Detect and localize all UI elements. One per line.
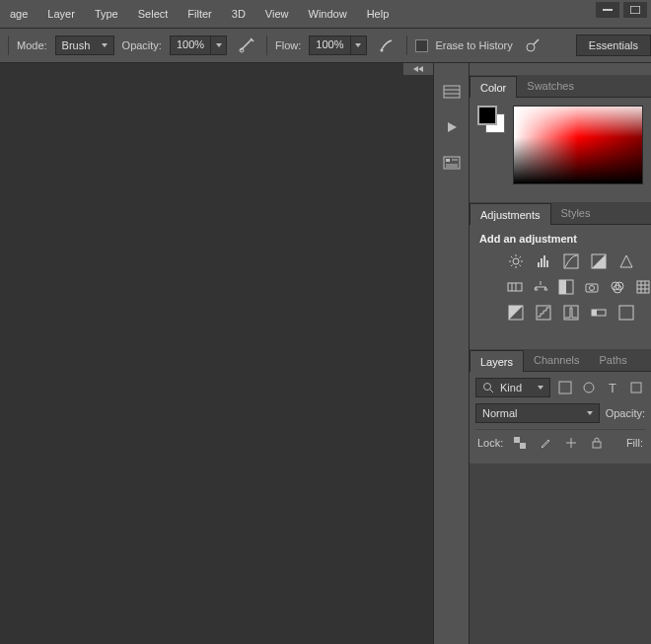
menu-window[interactable]: Window (299, 2, 357, 26)
menu-filter[interactable]: Filter (178, 2, 221, 26)
svg-point-54 (484, 384, 491, 391)
canvas-area[interactable] (0, 63, 433, 644)
tab-paths[interactable]: Paths (590, 349, 637, 371)
opacity-stepper[interactable] (211, 36, 227, 55)
color-lookup-icon[interactable] (635, 278, 651, 296)
menu-select[interactable]: Select (128, 2, 179, 26)
posterize-icon[interactable] (535, 304, 552, 322)
threshold-icon[interactable] (562, 304, 580, 322)
adjustments-header: Add an adjustment (479, 233, 641, 245)
filter-shape-icon[interactable] (627, 379, 645, 396)
bw-icon[interactable] (558, 278, 574, 296)
tab-channels[interactable]: Channels (524, 349, 589, 371)
blend-mode-dropdown[interactable]: Normal (475, 403, 600, 423)
separator (8, 36, 9, 55)
filter-pixel-icon[interactable] (556, 379, 574, 396)
hue-icon[interactable] (507, 278, 523, 296)
flow-stepper[interactable] (351, 36, 367, 55)
color-ramp[interactable] (513, 106, 643, 184)
svg-line-19 (511, 256, 513, 258)
flow-value: 100% (309, 36, 350, 55)
svg-marker-48 (509, 306, 523, 320)
layers-list[interactable] (470, 464, 651, 644)
collapsed-dock (433, 63, 469, 644)
workspace-label: Essentials (589, 39, 638, 51)
kind-label: Kind (500, 382, 522, 394)
tab-layers[interactable]: Layers (470, 350, 524, 372)
tab-styles[interactable]: Styles (551, 202, 601, 224)
svg-point-4 (527, 43, 535, 51)
lock-transparent-icon[interactable] (511, 434, 529, 452)
levels-icon[interactable] (535, 252, 552, 270)
svg-line-21 (511, 265, 513, 267)
tab-adjustments[interactable]: Adjustments (470, 203, 551, 225)
flow-field[interactable]: 100% (309, 36, 366, 55)
svg-marker-29 (592, 254, 606, 268)
svg-rect-60 (520, 443, 526, 449)
svg-line-55 (490, 390, 493, 393)
layer-filter-kind[interactable]: Kind (475, 378, 550, 397)
filter-adjust-icon[interactable] (580, 379, 598, 396)
foreground-color-swatch[interactable] (477, 106, 497, 125)
menu-help[interactable]: Help (357, 2, 399, 26)
svg-rect-56 (559, 382, 571, 394)
erase-history-label: Erase to History (436, 39, 513, 51)
color-balance-icon[interactable] (533, 278, 548, 296)
filter-type-icon[interactable]: T (604, 379, 621, 396)
svg-line-22 (520, 256, 522, 258)
menu-view[interactable]: View (255, 2, 299, 26)
vibrance-icon[interactable] (617, 252, 635, 270)
lock-paint-icon[interactable] (537, 434, 554, 452)
history-panel-icon[interactable] (439, 81, 465, 103)
svg-rect-52 (592, 310, 597, 316)
mode-dropdown[interactable]: Brush (55, 36, 114, 55)
mode-label: Mode: (17, 39, 47, 51)
pressure-size-icon[interactable] (521, 34, 544, 57)
color-panel-tabs: Color Swatches (470, 75, 651, 98)
channel-mixer-icon[interactable] (610, 278, 625, 296)
lock-move-icon[interactable] (562, 434, 580, 452)
exposure-icon[interactable] (590, 252, 608, 270)
chevron-down-icon (355, 43, 361, 47)
opacity-field[interactable]: 100% (170, 36, 227, 55)
menu-type[interactable]: Type (85, 2, 128, 26)
chevron-down-icon (102, 43, 108, 47)
properties-panel-icon[interactable] (439, 152, 465, 174)
svg-rect-0 (603, 9, 613, 11)
svg-rect-25 (543, 255, 545, 267)
selective-color-icon[interactable] (617, 304, 635, 322)
tab-color[interactable]: Color (470, 76, 517, 98)
lock-all-icon[interactable] (588, 434, 606, 452)
search-icon (482, 382, 494, 394)
svg-rect-26 (546, 260, 548, 267)
svg-rect-24 (541, 258, 542, 267)
maximize-button[interactable] (623, 2, 647, 18)
gradient-map-icon[interactable] (590, 304, 608, 322)
color-swatch[interactable] (477, 106, 505, 133)
layers-panel: Kind T Normal Opacity: Lock: (470, 372, 651, 464)
menu-layer[interactable]: Layer (37, 2, 85, 26)
curves-icon[interactable] (562, 252, 580, 270)
menu-3d[interactable]: 3D (222, 2, 255, 26)
brightness-icon[interactable] (507, 252, 525, 270)
layer-opacity-label: Opacity: (606, 407, 645, 419)
airbrush-icon[interactable] (375, 34, 398, 57)
photo-filter-icon[interactable] (584, 278, 600, 296)
svg-point-38 (590, 286, 595, 291)
svg-rect-58 (631, 383, 641, 393)
workspace-switcher[interactable]: Essentials (576, 35, 651, 56)
opacity-label: Opacity: (122, 39, 162, 51)
panel-collapse-button[interactable] (403, 63, 433, 75)
menu-bar: age Layer Type Select Filter 3D View Win… (0, 0, 651, 28)
separator (266, 36, 267, 55)
menu-image[interactable]: age (0, 2, 37, 26)
actions-panel-icon[interactable] (439, 116, 465, 138)
invert-icon[interactable] (507, 304, 525, 322)
tab-swatches[interactable]: Swatches (517, 75, 584, 97)
svg-marker-30 (620, 255, 632, 267)
pressure-opacity-icon[interactable] (235, 34, 258, 57)
svg-rect-63 (593, 442, 601, 448)
erase-history-checkbox[interactable] (415, 39, 428, 52)
adjustments-panel-tabs: Adjustments Styles (470, 202, 651, 225)
minimize-button[interactable] (596, 2, 619, 18)
